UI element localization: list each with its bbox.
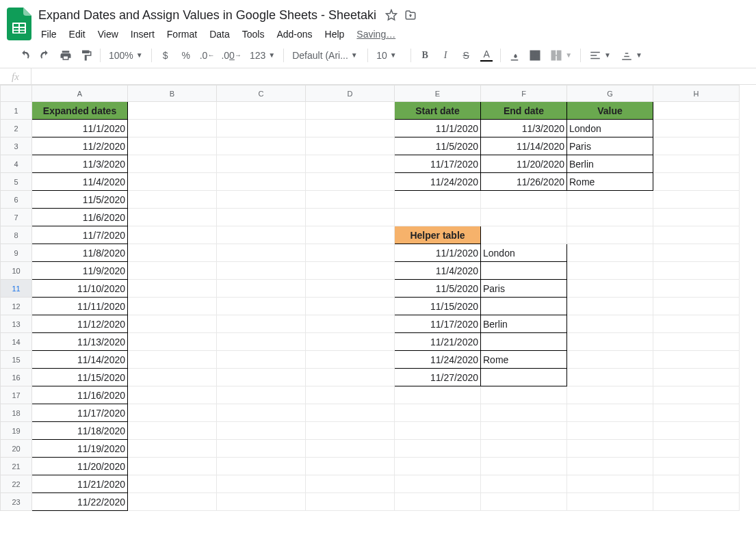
- cell-D3[interactable]: [306, 137, 395, 155]
- cell-E10[interactable]: 11/4/2020: [395, 262, 481, 280]
- cell-F4[interactable]: 11/20/2020: [481, 155, 567, 173]
- menu-format[interactable]: Format: [161, 26, 203, 42]
- cell-C20[interactable]: [217, 440, 306, 458]
- star-icon[interactable]: [384, 8, 398, 22]
- cell-D6[interactable]: [306, 191, 395, 209]
- cell-E9[interactable]: 11/1/2020: [395, 244, 481, 262]
- cell-F12[interactable]: [481, 298, 567, 315]
- cell-H12[interactable]: [653, 298, 740, 315]
- font-size-dropdown[interactable]: 10▼: [372, 47, 406, 64]
- cell-F14[interactable]: [481, 333, 567, 351]
- cell-H3[interactable]: [653, 137, 740, 155]
- cell-G11[interactable]: [567, 280, 653, 298]
- cell-B13[interactable]: [128, 315, 217, 333]
- row-header-10[interactable]: 10: [1, 262, 32, 280]
- cell-F21[interactable]: [481, 458, 567, 475]
- cell-C13[interactable]: [217, 315, 306, 333]
- cell-A23[interactable]: 11/22/2020: [32, 493, 128, 511]
- italic-button[interactable]: I: [436, 46, 455, 65]
- cell-D7[interactable]: [306, 209, 395, 226]
- cell-A21[interactable]: 11/20/2020: [32, 458, 128, 475]
- cell-B14[interactable]: [128, 333, 217, 351]
- cell-E1[interactable]: Start date: [395, 102, 481, 120]
- row-header-9[interactable]: 9: [1, 244, 32, 262]
- cell-H15[interactable]: [653, 351, 740, 369]
- cell-B12[interactable]: [128, 298, 217, 315]
- col-header-E[interactable]: E: [395, 86, 481, 102]
- cell-E2[interactable]: 11/1/2020: [395, 120, 481, 137]
- cell-D11[interactable]: [306, 280, 395, 298]
- cell-C12[interactable]: [217, 298, 306, 315]
- col-header-H[interactable]: H: [653, 86, 740, 102]
- cell-H6[interactable]: [653, 191, 740, 209]
- cell-G7[interactable]: [567, 209, 653, 226]
- cell-A15[interactable]: 11/14/2020: [32, 351, 128, 369]
- cell-D12[interactable]: [306, 298, 395, 315]
- cell-D17[interactable]: [306, 386, 395, 404]
- row-header-13[interactable]: 13: [1, 315, 32, 333]
- cell-B11[interactable]: [128, 280, 217, 298]
- cell-C4[interactable]: [217, 155, 306, 173]
- col-header-G[interactable]: G: [567, 86, 653, 102]
- menu-edit[interactable]: Edit: [64, 26, 91, 42]
- cell-H22[interactable]: [653, 475, 740, 493]
- row-header-19[interactable]: 19: [1, 422, 32, 440]
- cell-H7[interactable]: [653, 209, 740, 226]
- cell-C2[interactable]: [217, 120, 306, 137]
- cell-B1[interactable]: [128, 102, 217, 120]
- cell-B8[interactable]: [128, 226, 217, 244]
- cell-H23[interactable]: [653, 493, 740, 511]
- cell-A16[interactable]: 11/15/2020: [32, 369, 128, 386]
- menu-insert[interactable]: Insert: [125, 26, 160, 42]
- menu-view[interactable]: View: [92, 26, 124, 42]
- cell-E5[interactable]: 11/24/2020: [395, 173, 481, 191]
- cell-D23[interactable]: [306, 493, 395, 511]
- cell-D21[interactable]: [306, 458, 395, 475]
- cell-F15[interactable]: Rome: [481, 351, 567, 369]
- cell-D22[interactable]: [306, 475, 395, 493]
- cell-G19[interactable]: [567, 422, 653, 440]
- percent-button[interactable]: %: [177, 46, 196, 65]
- cell-F20[interactable]: [481, 440, 567, 458]
- cell-H2[interactable]: [653, 120, 740, 137]
- cell-C15[interactable]: [217, 351, 306, 369]
- cell-A10[interactable]: 11/9/2020: [32, 262, 128, 280]
- menu-file[interactable]: File: [36, 26, 62, 42]
- cell-G16[interactable]: [567, 369, 653, 386]
- cell-H5[interactable]: [653, 173, 740, 191]
- cell-H19[interactable]: [653, 422, 740, 440]
- cell-G6[interactable]: [567, 191, 653, 209]
- decrease-decimal-button[interactable]: .0←: [197, 46, 218, 65]
- cell-A14[interactable]: 11/13/2020: [32, 333, 128, 351]
- row-header-4[interactable]: 4: [1, 155, 32, 173]
- cell-F1[interactable]: End date: [481, 102, 567, 120]
- row-header-5[interactable]: 5: [1, 173, 32, 191]
- cell-A13[interactable]: 11/12/2020: [32, 315, 128, 333]
- cell-C9[interactable]: [217, 244, 306, 262]
- cell-G12[interactable]: [567, 298, 653, 315]
- cell-B20[interactable]: [128, 440, 217, 458]
- vertical-align-dropdown[interactable]: ▼: [616, 47, 647, 64]
- cell-F13[interactable]: Berlin: [481, 315, 567, 333]
- row-header-18[interactable]: 18: [1, 404, 32, 422]
- row-header-12[interactable]: 12: [1, 298, 32, 315]
- cell-B16[interactable]: [128, 369, 217, 386]
- cell-C22[interactable]: [217, 475, 306, 493]
- cell-G20[interactable]: [567, 440, 653, 458]
- cell-B17[interactable]: [128, 386, 217, 404]
- row-header-6[interactable]: 6: [1, 191, 32, 209]
- cell-C18[interactable]: [217, 404, 306, 422]
- merge-cells-dropdown[interactable]: ▼: [546, 47, 576, 64]
- font-dropdown[interactable]: Default (Ari...▼: [288, 47, 363, 64]
- cell-H13[interactable]: [653, 315, 740, 333]
- cell-A3[interactable]: 11/2/2020: [32, 137, 128, 155]
- cell-B19[interactable]: [128, 422, 217, 440]
- select-all-corner[interactable]: [1, 86, 32, 102]
- cell-H14[interactable]: [653, 333, 740, 351]
- cell-F8[interactable]: [481, 226, 567, 244]
- row-header-21[interactable]: 21: [1, 458, 32, 475]
- cell-G3[interactable]: Paris: [567, 137, 653, 155]
- row-header-1[interactable]: 1: [1, 102, 32, 120]
- cell-A8[interactable]: 11/7/2020: [32, 226, 128, 244]
- cell-D1[interactable]: [306, 102, 395, 120]
